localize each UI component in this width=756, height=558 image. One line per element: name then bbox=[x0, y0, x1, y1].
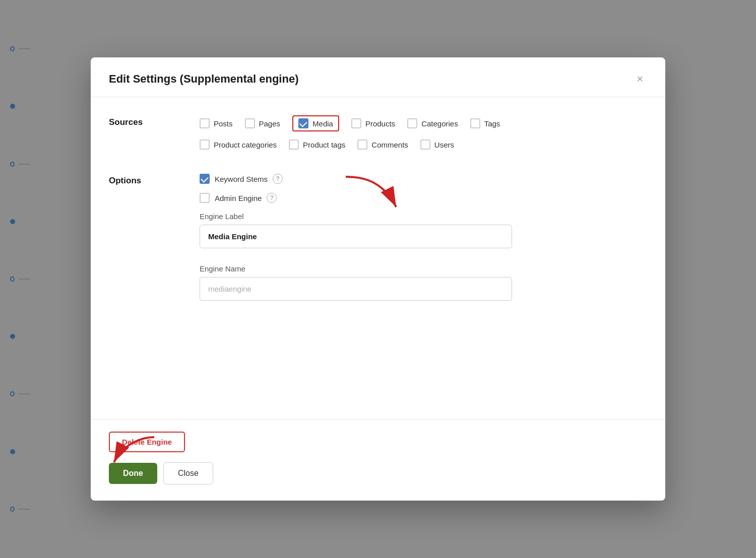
source-comments[interactable]: Comments bbox=[357, 140, 408, 150]
done-button[interactable]: Done bbox=[109, 463, 157, 484]
source-comments-label: Comments bbox=[371, 141, 408, 149]
checkbox-users[interactable] bbox=[420, 140, 430, 150]
checkbox-tags[interactable] bbox=[470, 118, 480, 128]
checkbox-products[interactable] bbox=[351, 118, 361, 128]
options-content: Keyword Stems ? Admin Engine ? Engine La… bbox=[200, 174, 647, 313]
source-products-label: Products bbox=[365, 119, 395, 128]
source-media-label: Media bbox=[312, 119, 333, 128]
source-product-tags-label: Product tags bbox=[303, 141, 345, 149]
checkbox-admin-engine[interactable] bbox=[200, 193, 210, 203]
source-tags[interactable]: Tags bbox=[470, 118, 500, 128]
option-admin-engine[interactable]: Admin Engine ? bbox=[200, 193, 647, 203]
checkbox-product-categories[interactable] bbox=[200, 140, 210, 150]
checkbox-comments[interactable] bbox=[357, 140, 367, 150]
source-media[interactable]: Media bbox=[292, 115, 339, 131]
delete-engine-button[interactable]: Delete Engine bbox=[109, 432, 185, 452]
source-pages[interactable]: Pages bbox=[245, 118, 281, 128]
options-section: Options Keyword Stems ? Admin Engine ? E… bbox=[109, 174, 647, 313]
checkbox-keyword-stems[interactable] bbox=[200, 174, 210, 184]
source-posts-label: Posts bbox=[214, 119, 233, 128]
modal-title: Edit Settings (Supplemental engine) bbox=[109, 73, 298, 86]
modal-close-button[interactable]: × bbox=[633, 72, 647, 87]
source-categories[interactable]: Categories bbox=[407, 118, 458, 128]
sources-row-2: Product categories Product tags Comments… bbox=[200, 140, 647, 150]
modal-footer: Delete Engine Done Close bbox=[91, 419, 665, 501]
sources-label: Sources bbox=[109, 115, 200, 158]
admin-engine-label: Admin Engine bbox=[215, 194, 262, 202]
source-categories-label: Categories bbox=[421, 119, 458, 128]
checkbox-pages[interactable] bbox=[245, 118, 255, 128]
source-users-label: Users bbox=[434, 141, 454, 149]
edit-settings-modal: Edit Settings (Supplemental engine) × So… bbox=[91, 57, 665, 501]
sources-section: Sources Posts Pages Media bbox=[109, 115, 647, 158]
source-tags-label: Tags bbox=[484, 119, 500, 128]
sources-content: Posts Pages Media Products bbox=[200, 115, 647, 158]
footer-actions: Done Close bbox=[109, 462, 647, 484]
source-pages-label: Pages bbox=[259, 119, 281, 128]
checkbox-posts[interactable] bbox=[200, 118, 210, 128]
source-product-categories[interactable]: Product categories bbox=[200, 140, 277, 150]
checkbox-product-tags[interactable] bbox=[289, 140, 299, 150]
modal-body: Sources Posts Pages Media bbox=[91, 97, 665, 411]
source-users[interactable]: Users bbox=[420, 140, 454, 150]
admin-engine-help-icon[interactable]: ? bbox=[267, 193, 277, 203]
option-keyword-stems[interactable]: Keyword Stems ? bbox=[200, 174, 647, 184]
keyword-stems-help-icon[interactable]: ? bbox=[273, 174, 283, 184]
keyword-stems-label: Keyword Stems bbox=[215, 175, 268, 183]
source-products[interactable]: Products bbox=[351, 118, 395, 128]
engine-label-input[interactable] bbox=[200, 225, 512, 248]
engine-label-field-label: Engine Label bbox=[200, 212, 647, 221]
engine-name-field-label: Engine Name bbox=[200, 264, 647, 273]
engine-label-container: Engine Label bbox=[200, 212, 647, 260]
close-button[interactable]: Close bbox=[163, 462, 213, 484]
source-product-tags[interactable]: Product tags bbox=[289, 140, 345, 150]
engine-name-input[interactable] bbox=[200, 277, 512, 301]
source-posts[interactable]: Posts bbox=[200, 118, 233, 128]
sources-row-1: Posts Pages Media Products bbox=[200, 115, 647, 131]
modal-header: Edit Settings (Supplemental engine) × bbox=[91, 57, 665, 97]
source-product-categories-label: Product categories bbox=[214, 141, 277, 149]
checkbox-categories[interactable] bbox=[407, 118, 417, 128]
checkbox-media[interactable] bbox=[298, 118, 308, 128]
options-label: Options bbox=[109, 174, 200, 313]
